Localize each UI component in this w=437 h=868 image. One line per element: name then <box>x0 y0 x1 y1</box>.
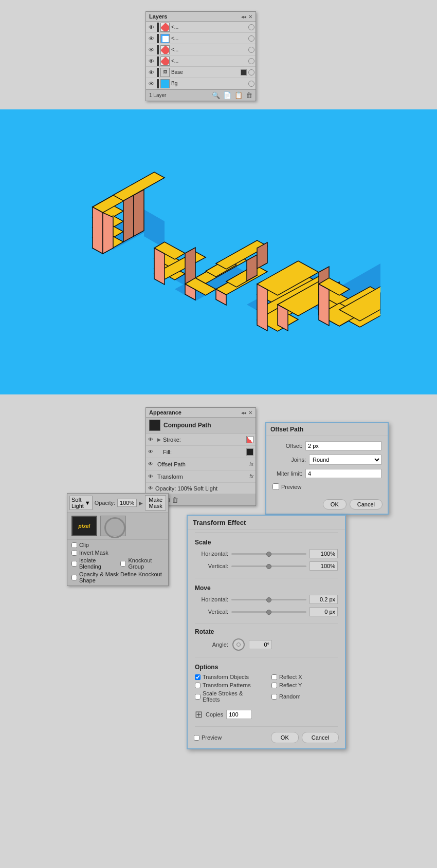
stroke-swatch[interactable] <box>246 436 253 443</box>
invert-mask-checkbox[interactable] <box>71 550 77 556</box>
angle-row: Angle: <box>195 638 338 651</box>
move-v-slider[interactable] <box>231 611 306 613</box>
transform-cancel-button[interactable]: Cancel <box>302 732 339 743</box>
scale-h-slider[interactable] <box>231 553 306 555</box>
make-mask-button[interactable]: Make Mask <box>145 495 166 511</box>
opacity-mask-checkbox[interactable] <box>71 575 77 580</box>
angle-input[interactable] <box>249 640 272 649</box>
layers-collapse-icon[interactable]: ◂◂ <box>241 14 246 20</box>
move-h-slider[interactable] <box>231 599 306 600</box>
transform-patterns-checkbox[interactable] <box>195 683 201 688</box>
stroke-label: Stroke: <box>163 437 244 443</box>
offset-fx-icon: fx <box>249 461 253 467</box>
scale-vertical-row: Vertical: <box>195 561 338 571</box>
layer-row[interactable]: 👁 <... <box>146 22 256 33</box>
rotate-dial[interactable] <box>232 638 245 651</box>
app-footer-delete-icon[interactable]: 🗑 <box>172 496 178 504</box>
layer-visibility-icon[interactable]: 👁 <box>147 23 155 31</box>
transform-row[interactable]: 👁 Transform fx <box>146 470 256 483</box>
appearance-controls: ◂◂ ✕ <box>241 410 252 416</box>
move-h-input[interactable] <box>309 595 338 604</box>
layers-new-icon[interactable]: 📄 <box>223 91 231 99</box>
stroke-eye-icon[interactable]: 👁 <box>148 437 155 442</box>
clip-row: Clip <box>71 542 164 548</box>
knockout-group-checkbox[interactable] <box>120 561 126 567</box>
opacity-eye-icon[interactable]: 👁 <box>148 485 155 491</box>
preview-checkbox[interactable] <box>194 735 199 741</box>
offset-input[interactable] <box>305 441 381 450</box>
offset-dialog-buttons: OK Cancel <box>266 496 388 514</box>
appearance-close-icon[interactable]: ✕ <box>248 410 252 416</box>
offset-cancel-button[interactable]: Cancel <box>350 499 383 510</box>
opacity-label: Opacity: 100% Soft Light <box>155 485 217 492</box>
opacity-value-text: 100% <box>120 500 134 506</box>
layers-panel: Layers ◂◂ ✕ 👁 <... 👁 <... <box>145 11 256 101</box>
opacity-arrow-icon[interactable]: ▶ <box>139 500 143 506</box>
fill-row[interactable]: 👁 ▶ Fill: <box>146 446 256 458</box>
move-v-thumb[interactable] <box>266 610 271 615</box>
clip-label: Clip <box>79 542 89 548</box>
layer-bar <box>157 56 159 66</box>
blend-mode-dropdown[interactable]: Soft Light ▼ <box>69 496 93 510</box>
preview-checkbox[interactable] <box>272 483 279 490</box>
appearance-titlebar: Appearance ◂◂ ✕ <box>146 408 256 418</box>
transform-objects-checkbox[interactable] <box>195 674 201 680</box>
scale-strokes-checkbox[interactable] <box>195 694 201 700</box>
layer-bar <box>157 45 159 54</box>
appearance-collapse-icon[interactable]: ◂◂ <box>241 410 246 416</box>
layers-close-icon[interactable]: ✕ <box>248 14 252 20</box>
scale-v-thumb[interactable] <box>266 564 271 569</box>
options-grid: Transform Objects Reflect X Transform Pa… <box>195 674 338 703</box>
scale-h-thumb[interactable] <box>266 552 271 557</box>
reflect-x-checkbox[interactable] <box>271 674 277 680</box>
layer-thumbnail <box>160 23 170 32</box>
scale-v-input[interactable] <box>309 561 338 571</box>
offset-dialog-title: Offset Path <box>266 423 388 436</box>
isolate-blending-row: Isolate Blending Knockout Group <box>71 557 164 570</box>
opacity-value[interactable]: 100% <box>117 499 137 507</box>
random-checkbox[interactable] <box>271 694 277 700</box>
transform-eye-icon[interactable]: 👁 <box>148 474 155 479</box>
transform-ok-button[interactable]: OK <box>271 732 299 743</box>
fill-swatch[interactable] <box>246 448 253 456</box>
svg-marker-21 <box>154 248 165 285</box>
blend-mode-label: Soft Light <box>71 497 84 509</box>
stroke-arrow-icon[interactable]: ▶ <box>157 437 161 442</box>
knockout-group-label: Knockout Group <box>128 557 164 570</box>
fill-eye-icon[interactable]: 👁 <box>148 449 155 455</box>
layer-row[interactable]: 👁 <... <box>146 55 256 67</box>
joins-select[interactable]: Round Miter Bevel <box>309 455 381 465</box>
clip-checkbox[interactable] <box>71 542 77 548</box>
layers-search-icon[interactable]: 🔍 <box>212 91 220 99</box>
layer-visibility-icon[interactable]: 👁 <box>147 57 155 65</box>
miter-input[interactable] <box>305 469 381 478</box>
move-v-input[interactable] <box>309 607 338 616</box>
joins-row: Joins: Round Miter Bevel <box>272 455 381 465</box>
layer-visibility-icon[interactable]: 👁 <box>147 34 155 43</box>
stroke-row[interactable]: 👁 ▶ Stroke: <box>146 433 256 446</box>
offset-ok-button[interactable]: OK <box>323 499 347 510</box>
copies-input[interactable] <box>226 710 252 719</box>
layers-delete-icon[interactable]: 🗑 <box>246 91 252 99</box>
layer-row[interactable]: 👁 <... <box>146 44 256 55</box>
rotate-section: Rotate Angle: <box>188 626 345 655</box>
layer-row[interactable]: 👁 Bg <box>146 78 256 89</box>
layer-visibility-icon[interactable]: 👁 <box>147 46 155 54</box>
rotate-section-title: Rotate <box>195 628 338 635</box>
scale-h-input[interactable] <box>309 549 338 558</box>
scale-v-slider[interactable] <box>231 565 306 567</box>
isolate-blending-checkbox[interactable] <box>71 561 77 567</box>
offset-path-row[interactable]: 👁 Offset Path fx <box>146 458 256 470</box>
layers-group-icon[interactable]: 📋 <box>234 91 243 99</box>
reflect-x-label: Reflect X <box>279 674 302 680</box>
layer-name: <... <box>171 58 247 64</box>
layer-visibility-icon[interactable]: 👁 <box>147 68 155 77</box>
layer-row[interactable]: 👁 <... <box>146 33 256 44</box>
compound-thumbnail <box>149 420 160 431</box>
offset-eye-icon[interactable]: 👁 <box>148 461 155 467</box>
reflect-y-checkbox[interactable] <box>271 683 277 688</box>
layer-row[interactable]: 👁 🖼 Base <box>146 67 256 78</box>
offset-path-label: Offset Path <box>157 461 247 467</box>
move-h-thumb[interactable] <box>266 597 271 602</box>
layer-visibility-icon[interactable]: 👁 <box>147 80 155 88</box>
